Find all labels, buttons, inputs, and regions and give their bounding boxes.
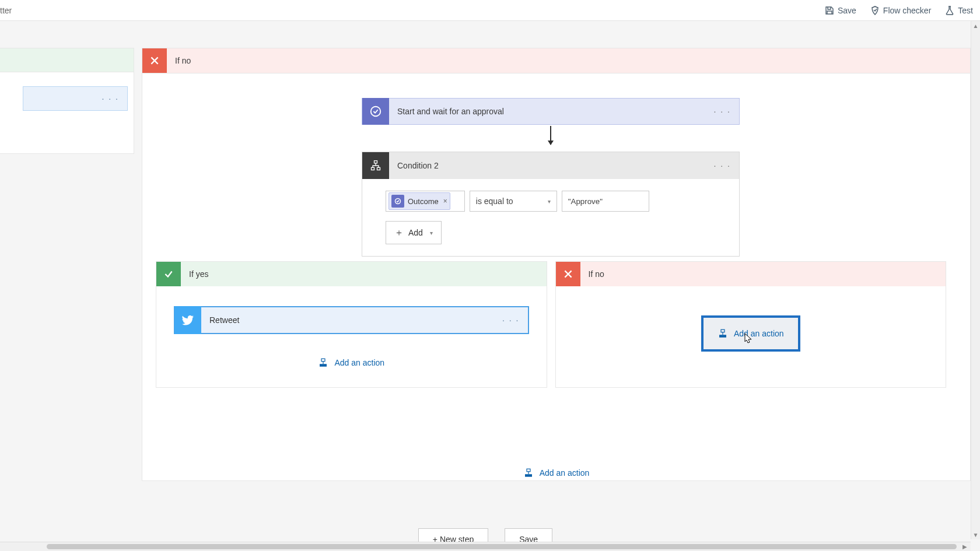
more-icon[interactable]: · · ·	[102, 94, 119, 103]
outcome-token[interactable]: Outcome ×	[388, 192, 450, 210]
outer-if-no-label: If no	[167, 56, 191, 65]
more-icon[interactable]: · · ·	[502, 315, 527, 325]
condition-card[interactable]: Condition 2 · · · Outcome × is equal to …	[362, 152, 740, 257]
toolbar: Save Flow checker Test	[825, 6, 973, 15]
add-action-button[interactable]: Add an action	[318, 357, 384, 368]
flow-canvas[interactable]: · · · If no Start and wait for an approv…	[0, 21, 971, 551]
scroll-right-icon[interactable]: ▶	[961, 542, 968, 551]
save-label: Save	[838, 6, 856, 15]
add-action-label: Add an action	[734, 329, 784, 338]
condition-branches: If yes Retweet · · · Add an action	[156, 261, 946, 388]
token-name: Outcome	[408, 197, 439, 206]
add-action-icon	[318, 357, 328, 368]
scroll-down-icon[interactable]: ▼	[971, 530, 980, 539]
svg-rect-5	[321, 359, 325, 362]
if-no-body: Add an action	[556, 286, 946, 369]
scroll-up-icon[interactable]: ▲	[971, 21, 980, 30]
save-button[interactable]: Save	[825, 6, 856, 15]
add-label: Add	[408, 228, 423, 237]
plus-icon: ＋	[394, 227, 404, 239]
add-action-button[interactable]: Add an action	[523, 468, 590, 478]
add-action-icon	[523, 468, 534, 478]
condition-operator-select[interactable]: is equal to ▾	[470, 191, 557, 212]
add-action-button-highlighted[interactable]: Add an action	[701, 315, 800, 352]
approval-label: Start and wait for an approval	[389, 107, 714, 116]
operator-label: is equal to	[476, 196, 513, 206]
more-icon[interactable]: · · ·	[714, 161, 739, 170]
add-action-bottom: Add an action	[142, 464, 971, 490]
add-action-icon	[718, 328, 728, 339]
condition-icon	[362, 152, 389, 179]
close-icon	[142, 48, 167, 73]
more-icon[interactable]: · · ·	[714, 107, 739, 116]
page-title-fragment: tter	[0, 6, 12, 15]
test-label: Test	[958, 6, 973, 15]
if-yes-label: If yes	[181, 269, 208, 279]
approval-action-card[interactable]: Start and wait for an approval · · ·	[362, 98, 740, 125]
if-yes-header[interactable]: If yes	[156, 262, 547, 286]
if-no-branch: If no Add an action	[555, 261, 947, 388]
svg-point-0	[371, 107, 381, 117]
clipped-action-card[interactable]: · · ·	[23, 86, 128, 111]
if-no-label: If no	[580, 269, 604, 279]
if-no-header[interactable]: If no	[556, 262, 946, 286]
twitter-icon	[174, 306, 201, 334]
svg-rect-10	[525, 474, 532, 477]
close-icon	[556, 262, 580, 286]
add-condition-button[interactable]: ＋ Add ▾	[386, 221, 442, 244]
scrollbar-thumb[interactable]	[47, 544, 957, 549]
flow-checker-icon	[870, 6, 880, 15]
svg-rect-3	[377, 167, 380, 170]
test-button[interactable]: Test	[945, 6, 973, 15]
approval-icon	[362, 98, 389, 125]
if-yes-body: Retweet · · · Add an action	[156, 286, 547, 387]
add-action-label: Add an action	[334, 358, 384, 367]
topbar: tter Save Flow checker Test	[0, 0, 980, 21]
condition-body: Outcome × is equal to ▾ ＋ Add ▾	[362, 179, 739, 256]
flow-checker-label: Flow checker	[883, 6, 931, 15]
condition-row: Outcome × is equal to ▾	[386, 191, 716, 212]
condition-value-right[interactable]	[562, 191, 649, 212]
outer-if-no-header[interactable]: If no	[142, 48, 971, 73]
svg-rect-9	[527, 469, 530, 472]
outer-if-yes-branch-clipped: · · ·	[0, 48, 134, 154]
svg-rect-2	[372, 167, 374, 170]
flow-checker-button[interactable]: Flow checker	[870, 6, 931, 15]
approval-icon	[391, 195, 404, 208]
add-action-label: Add an action	[540, 468, 590, 478]
svg-rect-1	[374, 161, 377, 163]
condition-value-left[interactable]: Outcome ×	[386, 191, 465, 212]
outer-if-yes-body: · · ·	[0, 72, 134, 154]
svg-rect-6	[320, 364, 327, 367]
chevron-down-icon: ▾	[430, 230, 433, 236]
vertical-scrollbar[interactable]: ▲ ▼	[971, 21, 980, 539]
remove-token-icon[interactable]: ×	[442, 197, 447, 205]
retweet-action-card[interactable]: Retweet · · ·	[174, 306, 529, 334]
outer-if-yes-header[interactable]	[0, 48, 134, 72]
retweet-label: Retweet	[201, 315, 502, 325]
test-icon	[945, 6, 954, 15]
save-icon	[825, 6, 834, 15]
condition-title: Condition 2	[389, 161, 714, 170]
if-yes-branch: If yes Retweet · · · Add an action	[156, 261, 547, 388]
connector-arrow	[550, 126, 551, 145]
horizontal-scrollbar[interactable]: ▶	[0, 542, 971, 551]
svg-rect-8	[719, 335, 726, 338]
svg-rect-7	[721, 329, 724, 332]
chevron-down-icon: ▾	[548, 198, 551, 205]
check-icon	[156, 262, 181, 286]
